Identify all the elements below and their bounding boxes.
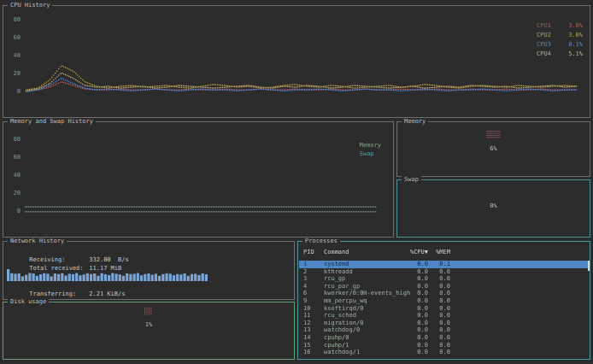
process-cpu: 0.0 bbox=[409, 342, 428, 349]
disk-usage-title: Disk usage bbox=[8, 298, 49, 306]
process-pid: 13 bbox=[303, 326, 324, 334]
legend-swap: Swap bbox=[360, 150, 381, 158]
process-row[interactable]: 4rcu_par_gp0.00.0 bbox=[299, 283, 589, 291]
col-command: Command bbox=[324, 249, 409, 256]
process-cpu: 0.0 bbox=[409, 297, 428, 305]
system-monitor: CPU History 806040200 CPU13.0%CPU23.0%CP… bbox=[0, 0, 593, 364]
process-pid: 12 bbox=[303, 320, 324, 327]
col-cpu-sort[interactable]: %CPU▼ bbox=[409, 249, 428, 256]
memory-gauge-panel: Memory 6% bbox=[396, 121, 590, 177]
swap-gauge-panel: Swap 0% bbox=[396, 179, 590, 238]
cpu-legend-row: CPU30.1% bbox=[537, 41, 583, 48]
process-cpu: 0.0 bbox=[409, 275, 428, 283]
memory-swap-legend: Memory Swap bbox=[360, 141, 381, 158]
cpu-history-panel: CPU History 806040200 CPU13.0%CPU23.0%CP… bbox=[3, 5, 590, 118]
col-mem[interactable]: %MEM bbox=[428, 249, 450, 256]
cpu-legend-row: CPU45.1% bbox=[537, 50, 583, 57]
process-cpu: 0.0 bbox=[409, 290, 428, 297]
process-mem: 0.0 bbox=[428, 290, 450, 297]
process-rows: 1systemd0.00.12kthreadd0.00.03rcu_gp0.00… bbox=[299, 261, 589, 356]
cpu-legend-label: CPU4 bbox=[537, 50, 551, 57]
process-row[interactable]: 15cpuhp/10.00.0 bbox=[299, 342, 589, 349]
cpu-legend-row: CPU13.0% bbox=[537, 22, 583, 29]
process-command: systemd bbox=[324, 261, 409, 268]
process-row[interactable]: 3rcu_gp0.00.0 bbox=[299, 275, 589, 283]
process-mem: 0.0 bbox=[428, 312, 450, 320]
process-cpu: 0.0 bbox=[409, 349, 428, 356]
process-pid: 10 bbox=[303, 305, 324, 313]
process-mem: 0.0 bbox=[428, 342, 450, 349]
process-mem: 0.0 bbox=[428, 349, 450, 356]
y-tick: 20 bbox=[7, 190, 21, 197]
memory-gauge-title: Memory bbox=[402, 118, 428, 126]
process-pid: 3 bbox=[303, 275, 324, 283]
y-tick: 60 bbox=[7, 154, 21, 161]
disk-gauge-dots bbox=[144, 308, 153, 316]
process-command: kthreadd bbox=[324, 268, 409, 276]
process-row[interactable]: 11rcu_sched0.00.0 bbox=[299, 312, 589, 320]
process-pid: 6 bbox=[303, 290, 324, 297]
process-cpu: 0.0 bbox=[409, 312, 428, 320]
memory-gauge-dots bbox=[486, 131, 501, 139]
y-tick: 80 bbox=[7, 136, 21, 143]
y-tick: 60 bbox=[7, 34, 21, 41]
process-pid: 14 bbox=[303, 334, 324, 342]
process-pid: 2 bbox=[303, 268, 324, 276]
process-command: rcu_par_gp bbox=[324, 283, 409, 291]
process-command: watchdog/0 bbox=[324, 326, 409, 334]
process-pid: 9 bbox=[303, 297, 324, 305]
process-row[interactable]: 1systemd0.00.1 bbox=[299, 261, 589, 268]
process-pid: 15 bbox=[303, 342, 324, 349]
transferring-value: 2.21 KiB/s bbox=[89, 291, 125, 297]
process-row[interactable]: 14cpuhp/00.00.0 bbox=[299, 334, 589, 342]
process-mem: 0.0 bbox=[428, 334, 450, 342]
process-mem: 0.0 bbox=[428, 297, 450, 305]
col-pid: PID bbox=[303, 249, 324, 256]
processes-title: Processes bbox=[302, 238, 340, 245]
process-command: ksoftirqd/0 bbox=[324, 305, 409, 313]
legend-memory: Memory bbox=[360, 141, 381, 150]
cpu-history-chart bbox=[26, 16, 577, 93]
process-pid: 16 bbox=[303, 349, 324, 356]
swap-gauge-title: Swap bbox=[402, 176, 421, 184]
process-cpu: 0.0 bbox=[409, 283, 428, 291]
y-tick: 40 bbox=[7, 52, 21, 59]
process-command: watchdog/1 bbox=[324, 349, 409, 356]
process-row[interactable]: 9mm_percpu_wq0.00.0 bbox=[299, 297, 589, 305]
cpu-legend-label: CPU1 bbox=[537, 22, 551, 29]
process-pid: 4 bbox=[303, 283, 324, 291]
memory-swap-history-chart bbox=[25, 136, 377, 213]
process-cpu: 0.0 bbox=[409, 334, 428, 342]
transferring-label: Transferring: bbox=[29, 291, 89, 297]
process-row[interactable]: 10ksoftirqd/00.00.0 bbox=[299, 305, 589, 313]
process-row[interactable]: 6kworker/0:0H-events_high0.00.0 bbox=[299, 290, 589, 297]
processes-panel: Processes PID Command %CPU▼ %MEM 1system… bbox=[297, 241, 590, 360]
network-history-title: Network History bbox=[8, 238, 67, 245]
network-receiving-sparkline bbox=[7, 267, 208, 281]
memory-gauge-value: 6% bbox=[397, 145, 590, 152]
cpu-history-title: CPU History bbox=[8, 2, 52, 9]
process-command: cpuhp/0 bbox=[324, 334, 409, 342]
processes-header: PID Command %CPU▼ %MEM bbox=[299, 249, 589, 256]
process-row[interactable]: 13watchdog/00.00.0 bbox=[299, 326, 589, 334]
processes-scrollbar[interactable] bbox=[588, 261, 590, 271]
process-mem: 0.0 bbox=[428, 275, 450, 283]
process-row[interactable]: 2kthreadd0.00.0 bbox=[299, 268, 589, 276]
y-tick: 40 bbox=[7, 172, 21, 179]
process-pid: 1 bbox=[303, 261, 324, 268]
swap-gauge-value: 0% bbox=[397, 203, 590, 209]
process-cpu: 0.0 bbox=[409, 305, 428, 313]
network-history-panel: Network History Receiving:332.00 B/s Tot… bbox=[3, 241, 295, 300]
process-mem: 0.0 bbox=[428, 283, 450, 291]
process-command: rcu_gp bbox=[324, 275, 409, 283]
process-mem: 0.1 bbox=[428, 261, 450, 268]
process-command: kworker/0:0H-events_high bbox=[324, 290, 409, 297]
process-row[interactable]: 16watchdog/10.00.0 bbox=[299, 349, 589, 356]
process-mem: 0.0 bbox=[428, 268, 450, 276]
cpu-legend: CPU13.0%CPU23.0%CPU30.1%CPU45.1% bbox=[537, 22, 583, 60]
process-row[interactable]: 12migration/00.00.0 bbox=[299, 320, 589, 327]
y-tick: 80 bbox=[7, 16, 21, 23]
process-command: rcu_sched bbox=[324, 312, 409, 320]
process-mem: 0.0 bbox=[428, 326, 450, 334]
process-command: mm_percpu_wq bbox=[324, 297, 409, 305]
